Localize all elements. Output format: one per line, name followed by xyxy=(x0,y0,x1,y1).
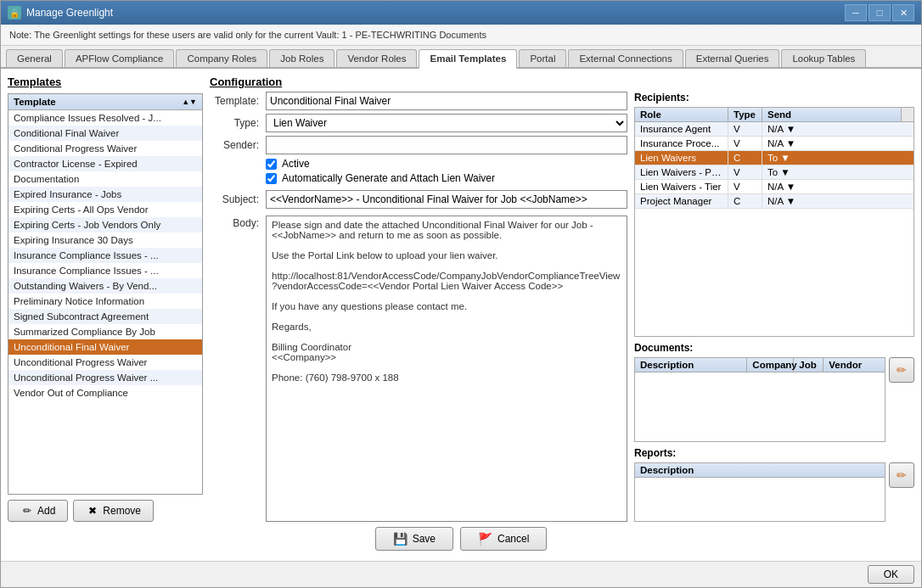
documents-title: Documents: xyxy=(634,342,914,354)
tab-lookup-tables[interactable]: Lookup Tables xyxy=(781,49,866,67)
auto-generate-row: Automatically Generate and Attach Lien W… xyxy=(266,172,627,184)
auto-generate-checkbox[interactable] xyxy=(266,173,277,184)
cancel-icon: 🚩 xyxy=(478,532,492,546)
list-header: Template ▲▼ xyxy=(8,94,202,110)
table-row[interactable]: Insurance Proce... V N/A ▼ xyxy=(635,137,914,151)
tab-general[interactable]: General xyxy=(6,49,63,67)
recipients-header: Role Type Send xyxy=(635,108,914,122)
table-row[interactable]: Insurance Agent V N/A ▼ xyxy=(635,122,914,137)
reports-body[interactable] xyxy=(635,478,885,521)
docs-body[interactable] xyxy=(635,372,885,441)
list-item[interactable]: Unconditional Progress Waiver ... xyxy=(8,370,202,385)
th-company: Company xyxy=(747,358,794,372)
list-item[interactable]: Contractor License - Expired xyxy=(8,156,202,171)
list-item[interactable]: Conditional Progress Waiver xyxy=(8,141,202,156)
reports-section: Reports: Description ✏ xyxy=(634,447,914,522)
type-select[interactable]: Lien Waiver Compliance Subcontract Insur… xyxy=(266,114,627,132)
tab-apflow[interactable]: APFlow Compliance xyxy=(65,49,175,67)
active-checkbox[interactable] xyxy=(266,159,277,170)
documents-edit-button[interactable]: ✏ xyxy=(889,357,914,383)
list-item[interactable]: Signed Subcontract Agreement xyxy=(8,309,202,324)
templates-list-container: Template ▲▼ Compliance Issues Resolved -… xyxy=(8,93,203,495)
table-row-selected[interactable]: Lien Waivers C To ▼ xyxy=(635,151,914,165)
edit-icon: ✏ xyxy=(897,363,907,377)
template-list-scroll[interactable]: Compliance Issues Resolved - J... Condit… xyxy=(8,110,202,488)
td-type: V xyxy=(728,122,762,136)
th-type: Type xyxy=(728,108,762,121)
td-send: N/A ▼ xyxy=(762,122,914,136)
content-area: Templates Template ▲▼ Compliance Issues … xyxy=(1,69,921,561)
subject-row: Subject: xyxy=(210,190,627,209)
tab-email-templates[interactable]: Email Templates xyxy=(419,49,517,69)
th-desc: Description xyxy=(635,358,747,372)
body-textarea[interactable] xyxy=(266,216,627,522)
right-area: Configuration Template: Type: xyxy=(210,76,914,522)
minimize-button[interactable]: ─ xyxy=(845,4,867,21)
th-send: Send xyxy=(762,108,902,121)
sender-input[interactable] xyxy=(266,136,627,154)
list-item[interactable]: Expired Insurance - Jobs xyxy=(8,187,202,202)
dropdown-arrow-icon[interactable]: ▼ xyxy=(780,153,790,163)
dropdown-arrow-icon[interactable]: ▼ xyxy=(786,182,796,192)
list-item[interactable]: Documentation xyxy=(8,171,202,187)
td-type: V xyxy=(728,180,762,193)
table-row[interactable]: Lien Waivers - Pri... V To ▼ xyxy=(635,165,914,180)
tab-portal[interactable]: Portal xyxy=(519,49,566,67)
recipients-table-body[interactable]: Insurance Agent V N/A ▼ Insurance Pr xyxy=(635,122,914,336)
type-label: Type: xyxy=(210,117,259,129)
two-panel: Templates Template ▲▼ Compliance Issues … xyxy=(8,76,914,522)
list-item[interactable]: Insurance Compliance Issues - ... xyxy=(8,248,202,263)
tab-external-queries[interactable]: External Queries xyxy=(685,49,780,67)
title-bar: 🔒 Manage Greenlight ─ □ ✕ xyxy=(1,1,921,25)
auto-generate-label: Automatically Generate and Attach Lien W… xyxy=(282,172,495,184)
left-panel: Templates Template ▲▼ Compliance Issues … xyxy=(8,76,203,522)
dropdown-arrow-icon[interactable]: ▼ xyxy=(786,138,796,148)
list-header-label: Template xyxy=(14,97,56,107)
table-row[interactable]: Project Manager C N/A ▼ xyxy=(635,194,914,209)
list-item[interactable]: Compliance Issues Resolved - J... xyxy=(8,110,202,126)
tab-vendor-roles[interactable]: Vendor Roles xyxy=(336,49,417,67)
th-job: Job xyxy=(794,358,824,372)
reports-title: Reports: xyxy=(634,447,914,459)
sender-row: Sender: xyxy=(210,136,627,154)
td-send: To ▼ xyxy=(762,165,914,179)
remove-label: Remove xyxy=(103,505,141,517)
config-title: Configuration xyxy=(210,76,914,88)
list-item[interactable]: Expiring Certs - Job Vendors Only xyxy=(8,217,202,232)
templates-title: Templates xyxy=(8,76,203,88)
td-send: N/A ▼ xyxy=(762,137,914,150)
list-item[interactable]: Preliminary Notice Information xyxy=(8,294,202,309)
save-button[interactable]: 💾 Save xyxy=(375,527,453,551)
dropdown-arrow-icon[interactable]: ▼ xyxy=(786,196,796,206)
list-item[interactable]: Insurance Compliance Issues - ... xyxy=(8,263,202,278)
list-item-selected[interactable]: Unconditional Final Waiver xyxy=(8,339,202,355)
add-button[interactable]: ✏ Add xyxy=(8,500,68,522)
dropdown-arrow-icon[interactable]: ▼ xyxy=(780,167,790,177)
tab-company-roles[interactable]: Company Roles xyxy=(176,49,267,67)
maximize-button[interactable]: □ xyxy=(869,4,891,21)
td-role: Lien Waivers xyxy=(635,151,728,165)
ok-button[interactable]: OK xyxy=(868,565,914,584)
cancel-button[interactable]: 🚩 Cancel xyxy=(460,527,547,551)
list-item[interactable]: Expiring Certs - All Ops Vendor xyxy=(8,202,202,217)
reports-edit-button[interactable]: ✏ xyxy=(889,462,914,488)
active-label: Active xyxy=(282,158,310,170)
list-item[interactable]: Unconditional Progress Waiver xyxy=(8,355,202,370)
close-button[interactable]: ✕ xyxy=(892,4,914,21)
subject-input[interactable] xyxy=(266,190,627,209)
list-item[interactable]: Summarized Compliance By Job xyxy=(8,324,202,339)
edit-icon: ✏ xyxy=(897,468,907,482)
list-item[interactable]: Vendor Out of Compliance xyxy=(8,385,202,400)
td-type: V xyxy=(728,137,762,150)
tab-external-connections[interactable]: External Connections xyxy=(568,49,683,67)
th-scroll-spacer xyxy=(902,108,914,121)
remove-button[interactable]: ✖ Remove xyxy=(73,500,154,522)
list-item[interactable]: Expiring Insurance 30 Days xyxy=(8,232,202,248)
template-input[interactable] xyxy=(266,92,627,110)
list-item[interactable]: Conditional Final Waiver xyxy=(8,126,202,141)
tab-job-roles[interactable]: Job Roles xyxy=(269,49,335,67)
dropdown-arrow-icon[interactable]: ▼ xyxy=(786,124,796,134)
save-icon: 💾 xyxy=(393,532,408,546)
list-item[interactable]: Outstanding Waivers - By Vend... xyxy=(8,278,202,294)
table-row[interactable]: Lien Waivers - Tier V N/A ▼ xyxy=(635,180,914,194)
